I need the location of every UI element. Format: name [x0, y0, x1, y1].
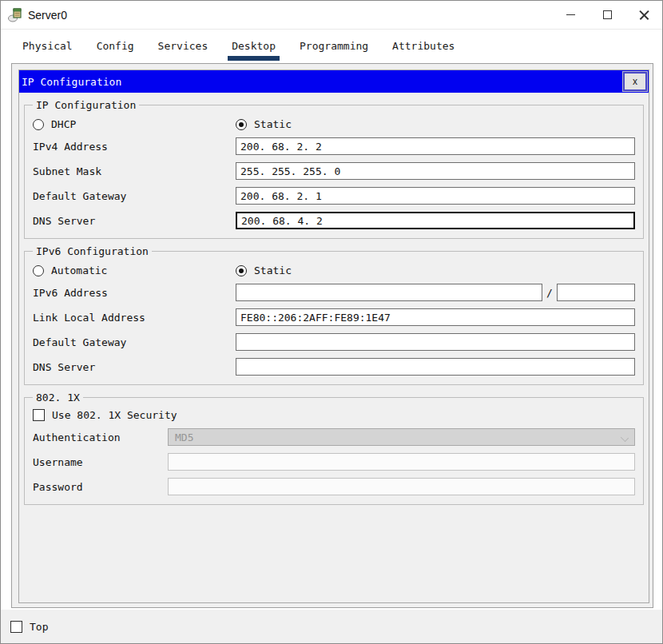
- dhcp-radio[interactable]: [33, 119, 44, 130]
- window-title: Server0: [28, 9, 67, 22]
- dhcp-radio-label: DHCP: [51, 118, 76, 130]
- ipv6-configuration-group: IPv6 Configuration Automatic Static IPv6…: [24, 245, 644, 385]
- minimize-icon: [566, 14, 575, 15]
- ip-configuration-dialog: IP Configuration x IP Configuration DHCP: [18, 70, 649, 603]
- link-local-address-row: Link Local Address: [33, 308, 635, 326]
- authentication-selected-value: MD5: [175, 431, 193, 443]
- authentication-row: Authentication MD5: [33, 428, 635, 446]
- dialog-titlebar[interactable]: IP Configuration x: [19, 70, 649, 93]
- tab-attributes[interactable]: Attributes: [380, 30, 466, 62]
- ipv6-address-label: IPv6 Address: [33, 287, 236, 299]
- dot1x-group-legend: 802. 1X: [33, 392, 83, 403]
- dot1x-security-option[interactable]: Use 802. 1X Security: [33, 409, 635, 421]
- ipv6-group-legend: IPv6 Configuration: [33, 245, 152, 257]
- minimize-button[interactable]: [552, 1, 589, 29]
- username-row: Username: [33, 453, 635, 471]
- tab-bar: Physical Config Services Desktop Program…: [1, 30, 662, 62]
- desktop-panel: IP Configuration x IP Configuration DHCP: [11, 63, 653, 608]
- ipv6-dns-server-label: DNS Server: [33, 361, 236, 373]
- tab-services[interactable]: Services: [146, 30, 220, 62]
- ipv4-address-row: IPv4 Address: [33, 137, 635, 155]
- ipv4-group-legend: IP Configuration: [33, 99, 139, 111]
- password-input[interactable]: [168, 478, 635, 495]
- ipv6-static-radio[interactable]: [236, 265, 247, 276]
- username-label: Username: [33, 456, 168, 468]
- ipv6-dns-server-row: DNS Server: [33, 358, 635, 376]
- dot1x-group: 802. 1X Use 802. 1X Security Authenticat…: [24, 392, 644, 505]
- link-local-address-label: Link Local Address: [33, 312, 236, 324]
- tab-config[interactable]: Config: [85, 30, 146, 62]
- ipv6-automatic-option[interactable]: Automatic: [33, 264, 236, 276]
- ipv6-dns-server-input[interactable]: [236, 358, 635, 376]
- subnet-mask-row: Subnet Mask: [33, 162, 635, 180]
- maximize-button[interactable]: [589, 1, 625, 29]
- close-button[interactable]: [625, 1, 662, 29]
- dhcp-option[interactable]: DHCP: [33, 118, 236, 130]
- dialog-close-button[interactable]: x: [623, 72, 647, 91]
- ipv6-address-row: IPv6 Address /: [33, 284, 635, 301]
- ipv4-mode-row: DHCP Static: [33, 118, 635, 130]
- close-icon: [639, 10, 649, 20]
- link-local-address-input[interactable]: [236, 308, 635, 326]
- ipv4-static-option[interactable]: Static: [236, 118, 635, 130]
- dialog-body: IP Configuration DHCP Static IPv4 Addres…: [19, 93, 649, 505]
- top-checkbox-label: Top: [30, 621, 48, 633]
- maximize-icon: [603, 10, 612, 19]
- ipv6-default-gateway-input[interactable]: [236, 333, 635, 351]
- ipv6-default-gateway-row: Default Gateway: [33, 333, 635, 351]
- dialog-title: IP Configuration: [22, 76, 623, 88]
- tab-physical[interactable]: Physical: [10, 30, 85, 62]
- ipv6-default-gateway-label: Default Gateway: [33, 336, 236, 348]
- ipv4-configuration-group: IP Configuration DHCP Static IPv4 Addres…: [24, 99, 644, 239]
- ipv6-prefix-separator: /: [542, 287, 557, 299]
- ipv4-dns-server-row: DNS Server: [33, 212, 635, 229]
- ipv6-static-radio-label: Static: [254, 264, 292, 276]
- ipv4-static-radio[interactable]: [236, 119, 247, 130]
- ipv4-default-gateway-label: Default Gateway: [33, 190, 236, 202]
- ipv6-prefix-input[interactable]: [557, 284, 635, 301]
- ipv6-automatic-radio-label: Automatic: [51, 264, 107, 276]
- subnet-mask-input[interactable]: [236, 162, 635, 180]
- tab-desktop[interactable]: Desktop: [220, 30, 288, 62]
- tab-programming[interactable]: Programming: [288, 30, 380, 62]
- ipv4-address-label: IPv4 Address: [33, 141, 236, 153]
- password-label: Password: [33, 481, 168, 493]
- ipv4-address-input[interactable]: [236, 137, 635, 155]
- ipv6-automatic-radio[interactable]: [33, 265, 44, 276]
- ipv6-static-option[interactable]: Static: [236, 264, 635, 276]
- ipv4-static-radio-label: Static: [254, 118, 292, 130]
- ipv4-default-gateway-input[interactable]: [236, 187, 635, 205]
- dialog-close-icon: x: [633, 76, 637, 87]
- ipv4-dns-server-label: DNS Server: [33, 215, 236, 227]
- dot1x-security-checkbox-label: Use 802. 1X Security: [52, 409, 177, 421]
- ipv4-default-gateway-row: Default Gateway: [33, 187, 635, 205]
- ipv6-mode-row: Automatic Static: [33, 264, 635, 276]
- top-checkbox[interactable]: [10, 621, 22, 633]
- password-row: Password: [33, 478, 635, 495]
- app-window: Server0 Physical Config Services Desktop…: [0, 0, 663, 644]
- footer-bar: Top: [1, 610, 662, 643]
- username-input[interactable]: [168, 453, 635, 471]
- ipv6-address-input[interactable]: [236, 284, 542, 301]
- authentication-select[interactable]: MD5: [168, 428, 635, 446]
- window-titlebar: Server0: [1, 1, 662, 30]
- subnet-mask-label: Subnet Mask: [33, 165, 236, 177]
- chevron-down-icon: [621, 435, 628, 441]
- server-device-icon: [7, 7, 23, 23]
- dot1x-security-checkbox[interactable]: [33, 409, 45, 421]
- authentication-label: Authentication: [33, 431, 168, 443]
- ipv4-dns-server-input[interactable]: [236, 212, 635, 229]
